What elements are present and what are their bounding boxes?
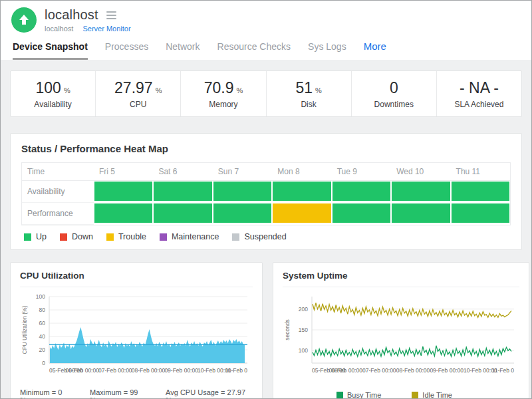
cpu-utilization-chart: 020406080100CPU Utilization (%)05-Feb 00… (20, 293, 253, 379)
svg-text:06-Feb 00:00: 06-Feb 00:00 (65, 367, 99, 374)
stat-label: SLA Achieved (454, 100, 503, 109)
svg-text:CPU Utilization (%): CPU Utilization (%) (21, 305, 28, 354)
page-title: localhost (45, 7, 98, 23)
stat-value: 70.9 (204, 79, 234, 97)
stat-label: Disk (301, 100, 316, 109)
cpu-chart-title: CPU Utilization (20, 271, 253, 287)
tab-sys-logs[interactable]: Sys Logs (308, 41, 346, 60)
system-uptime-card: System Uptime 100150200seconds05-Feb 00:… (273, 262, 529, 399)
stat-value: 100 (36, 79, 61, 97)
heatmap-cell-availability-mon-8[interactable] (272, 181, 331, 201)
legend-label: Down (72, 232, 93, 241)
heatmap-cell-performance-thu-11[interactable] (451, 203, 510, 223)
svg-text:08-Feb 00:00: 08-Feb 00:00 (396, 367, 430, 374)
stat-value: 51 (295, 79, 313, 97)
legend-label: Busy Time (347, 391, 381, 399)
heatmap-cell-availability-sat-6[interactable] (153, 181, 212, 201)
stats-card: 100%Availability27.97%CPU70.9%Memory51%D… (10, 70, 522, 117)
legend-label: Maintenance (172, 232, 219, 241)
heatmap-cell-availability-sun-7[interactable] (213, 181, 272, 201)
stat-value: - NA - (460, 79, 499, 97)
stat-unit: % (64, 86, 70, 94)
svg-text:11-Feb 0: 11-Feb 0 (492, 367, 515, 374)
heatmap-column-fri-5: Fri 5 (94, 163, 153, 181)
cpu-summary-minimum: Minimum = 0 % (20, 388, 70, 399)
tab-device-snapshot[interactable]: Device Snapshot (13, 41, 88, 60)
heatmap-column-time: Time (22, 163, 94, 181)
breadcrumb: localhostServer Monitor (45, 25, 131, 33)
breadcrumb-host: localhost (45, 25, 73, 33)
legend-swatch-icon (336, 392, 343, 398)
stat-unit: % (315, 86, 322, 94)
legend-label: Idle Time (422, 391, 452, 399)
cpu-summary: Minimum = 0 %Maximum = 99 %Avg CPU Usage… (20, 388, 253, 399)
stat-cpu: 27.97%CPU (95, 71, 180, 116)
tab-network[interactable]: Network (166, 41, 200, 60)
cpu-summary-maximum: Maximum = 99 % (90, 388, 146, 399)
heatmap-cell-availability-thu-11[interactable] (451, 181, 510, 201)
system-uptime-chart: 100150200seconds05-Feb 00:0006-Feb 00:00… (283, 293, 519, 379)
heatmap-column-thu-11: Thu 11 (451, 163, 510, 181)
heatmap-row-availability: Availability (22, 181, 510, 203)
heatmap-cell-performance-sun-7[interactable] (213, 203, 272, 223)
tab-more[interactable]: More (364, 41, 386, 60)
heatmap-column-sat-6: Sat 6 (153, 163, 212, 181)
uptime-chart-title: System Uptime (283, 271, 519, 287)
uptime-legend: Busy TimeIdle Time (283, 391, 519, 399)
heatmap-column-wed-10: Wed 10 (391, 163, 450, 181)
heatmap-card: Status / Performance Heat Map TimeFri 5S… (10, 133, 522, 250)
legend-swatch-icon (106, 233, 114, 241)
heatmap-cell-performance-sat-6[interactable] (153, 203, 212, 223)
tab-resource-checks[interactable]: Resource Checks (217, 41, 291, 60)
tab-processes[interactable]: Processes (105, 41, 148, 60)
legend-swatch-icon (60, 233, 67, 241)
legend-label: Suspended (244, 232, 286, 241)
stat-value: 0 (390, 79, 398, 97)
legend-item-suspended: Suspended (232, 232, 286, 241)
heatmap-cell-performance-fri-5[interactable] (94, 203, 153, 223)
stat-unit: % (236, 86, 243, 94)
heatmap-legend: UpDownTroubleMaintenanceSuspended (21, 232, 511, 241)
stat-value: 27.97 (114, 79, 153, 97)
legend-swatch-icon (24, 233, 31, 241)
stat-label: CPU (130, 100, 146, 109)
svg-text:100: 100 (299, 347, 308, 354)
heatmap-cell-availability-fri-5[interactable] (94, 181, 153, 201)
heatmap-cell-availability-wed-10[interactable] (391, 181, 450, 201)
heatmap-cell-performance-tue-9[interactable] (332, 203, 391, 223)
breadcrumb-app-link[interactable]: Server Monitor (82, 25, 130, 33)
svg-text:08-Feb 00:00: 08-Feb 00:00 (132, 367, 166, 374)
stat-availability: 100%Availability (11, 71, 95, 116)
legend-item-up: Up (24, 232, 47, 241)
svg-text:09-Feb 00:00: 09-Feb 00:00 (430, 367, 464, 374)
legend-swatch-icon (232, 233, 239, 241)
heatmap-row-label: Availability (22, 181, 94, 203)
svg-text:07-Feb 00:00: 07-Feb 00:00 (362, 367, 396, 374)
heatmap-column-tue-9: Tue 9 (332, 163, 391, 181)
stat-sla-achieved: - NA -SLA Achieved (436, 71, 521, 116)
heatmap-cell-performance-wed-10[interactable] (391, 203, 450, 223)
heatmap-column-mon-8: Mon 8 (272, 163, 331, 181)
stat-label: Memory (209, 100, 237, 109)
heatmap-row-performance: Performance (22, 203, 510, 225)
heatmap-column-sun-7: Sun 7 (213, 163, 272, 181)
legend-label: Trouble (118, 232, 146, 241)
uptime-legend-idle-time: Idle Time (412, 391, 452, 399)
legend-item-down: Down (60, 232, 93, 241)
legend-swatch-icon (412, 392, 418, 398)
stat-memory: 70.9%Memory (180, 71, 265, 116)
svg-text:11-Feb 0: 11-Feb 0 (225, 367, 248, 374)
app-header: localhost localhostServer Monitor (1, 1, 531, 33)
svg-text:80: 80 (39, 307, 46, 313)
tab-bar: Device SnapshotProcessesNetworkResource … (1, 33, 531, 60)
legend-swatch-icon (160, 233, 167, 241)
heatmap-table: TimeFri 5Sat 6Sun 7Mon 8Tue 9Wed 10Thu 1… (21, 162, 511, 225)
svg-text:150: 150 (299, 327, 308, 333)
svg-text:40: 40 (39, 333, 46, 340)
hamburger-menu-icon[interactable] (106, 9, 116, 21)
heatmap-cell-availability-tue-9[interactable] (332, 181, 391, 201)
stat-downtimes: 0Downtimes (351, 71, 436, 116)
heatmap-cell-performance-mon-8[interactable] (272, 203, 331, 223)
heatmap-header-row: TimeFri 5Sat 6Sun 7Mon 8Tue 9Wed 10Thu 1… (22, 163, 510, 181)
cpu-summary-avg-cpu-usage: Avg CPU Usage = 27.97 % (166, 388, 253, 399)
